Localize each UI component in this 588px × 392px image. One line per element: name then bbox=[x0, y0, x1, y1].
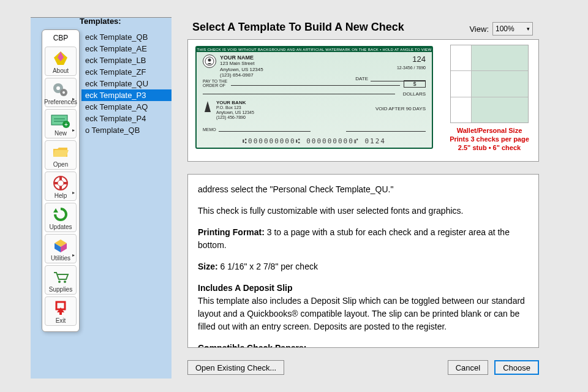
updates-button[interactable]: Updates bbox=[45, 203, 77, 232]
svg-marker-13 bbox=[53, 208, 58, 213]
gear-icon bbox=[50, 81, 71, 98]
view-label: View: bbox=[469, 24, 489, 34]
check-payee-line bbox=[231, 85, 400, 86]
desc-line: Compatible Check Papers:Any paper that i… bbox=[198, 342, 529, 348]
template-item[interactable]: eck Template_QB bbox=[81, 31, 172, 43]
check-preview-image: THIS CHECK IS VOID WITHOUT BACKGROUND AN… bbox=[188, 40, 440, 161]
template-item[interactable]: eck Template_ZF bbox=[81, 66, 172, 78]
svg-point-17 bbox=[58, 281, 61, 283]
check-signature-line bbox=[346, 131, 426, 132]
check-amount-words-line bbox=[203, 94, 395, 94]
check-pay-to-label: PAY TO THEORDER OF bbox=[203, 79, 227, 88]
template-item[interactable]: eck Template_AE bbox=[81, 43, 172, 55]
svg-text:+: + bbox=[64, 121, 68, 128]
chevron-down-icon: ▾ bbox=[527, 26, 530, 32]
about-label: About bbox=[53, 67, 69, 74]
about-icon bbox=[50, 50, 71, 67]
check-void-bar: THIS CHECK IS VOID WITHOUT BACKGROUND AN… bbox=[197, 47, 432, 52]
preview-caption: Wallet/Personal Size Prints 3 checks per… bbox=[450, 127, 529, 152]
page-title: Select A Template To Build A New Check bbox=[192, 21, 404, 34]
svg-point-5 bbox=[62, 91, 65, 94]
submenu-arrow-icon: ▸ bbox=[72, 127, 75, 133]
check-preview-panel: THIS CHECK IS VOID WITHOUT BACKGROUND AN… bbox=[187, 39, 539, 162]
new-button[interactable]: ▸ + New bbox=[45, 109, 77, 138]
check-bank-icon bbox=[203, 100, 213, 113]
submenu-arrow-icon: ▸ bbox=[72, 252, 75, 258]
view-zoom-value: 100% bbox=[496, 24, 514, 33]
template-item[interactable]: eck Template_AQ bbox=[81, 101, 172, 113]
cancel-button[interactable]: Cancel bbox=[448, 360, 488, 375]
check-number: 124 bbox=[412, 55, 426, 64]
check-bank-block: YOUR BANK P.O. Box 123 Anytown, US 12345… bbox=[203, 100, 254, 120]
check-dollars-label: DOLLARS bbox=[403, 91, 426, 97]
template-item[interactable]: eck Template_P4 bbox=[81, 113, 172, 124]
refresh-icon bbox=[50, 206, 71, 223]
svg-point-12 bbox=[58, 180, 64, 186]
svg-point-23 bbox=[208, 59, 211, 62]
check-account-name: YOUR NAME 123 Main Street Anytown, US 12… bbox=[220, 55, 263, 78]
updates-label: Updates bbox=[49, 224, 72, 230]
cart-icon bbox=[50, 268, 71, 285]
about-button[interactable]: About bbox=[45, 47, 77, 76]
template-item[interactable]: eck Template_QU bbox=[81, 78, 172, 89]
check-void-after: VOID AFTER 90 DAYS bbox=[375, 106, 426, 111]
sidebar-toolbar: CBP About ▸ Preferences ▸ + New Open ▸ H… bbox=[42, 29, 80, 332]
supplies-button[interactable]: Supplies bbox=[45, 265, 77, 295]
lifebuoy-icon bbox=[50, 175, 71, 192]
desc-line: Printing Format: 3 to a page with a stub… bbox=[198, 226, 529, 252]
open-button[interactable]: Open bbox=[45, 140, 77, 170]
desc-line: address select the "Personal Check Templ… bbox=[198, 183, 529, 196]
svg-point-3 bbox=[56, 86, 60, 90]
dialog-button-row: Open Existing Check... Cancel Choose bbox=[187, 360, 539, 375]
choose-button[interactable]: Choose bbox=[494, 360, 539, 375]
preferences-button[interactable]: ▸ Preferences bbox=[45, 78, 77, 107]
exit-icon bbox=[50, 300, 71, 317]
help-label: Help bbox=[55, 192, 67, 199]
new-check-icon: + bbox=[50, 112, 71, 129]
help-button[interactable]: ▸ Help bbox=[45, 172, 77, 201]
check-memo-field: MEMO bbox=[203, 127, 311, 132]
utilities-label: Utilities bbox=[51, 255, 70, 262]
template-item[interactable]: o Template_QB bbox=[81, 124, 172, 136]
template-list: eck Template_QBeck Template_AEeck Templa… bbox=[81, 31, 172, 136]
folder-open-icon bbox=[50, 143, 71, 160]
desc-line: Size: 6 1/16" x 2 7/8" per check bbox=[198, 260, 529, 273]
check-logo-icon bbox=[203, 55, 216, 68]
new-label: New bbox=[55, 130, 67, 137]
submenu-arrow-icon: ▸ bbox=[72, 96, 75, 102]
template-item[interactable]: eck Template_LB bbox=[81, 55, 172, 66]
desc-line: This check is fully customizable with us… bbox=[198, 205, 529, 217]
template-description[interactable]: address select the "Personal Check Templ… bbox=[187, 174, 539, 348]
check-micr-line: ⑆000000000⑆ 000000000⑈ 0124 bbox=[197, 137, 432, 145]
cube-icon bbox=[50, 237, 71, 254]
supplies-label: Supplies bbox=[49, 286, 72, 293]
exit-label: Exit bbox=[56, 317, 66, 324]
svg-point-18 bbox=[64, 281, 66, 283]
open-label: Open bbox=[53, 161, 68, 168]
layout-thumbnail bbox=[450, 45, 529, 123]
template-item[interactable]: eck Template_P3 bbox=[81, 89, 172, 101]
toolbar-title: CBP bbox=[42, 32, 79, 45]
view-zoom-select[interactable]: 100% ▾ bbox=[492, 22, 533, 36]
view-control: View: 100% ▾ bbox=[469, 22, 533, 36]
check-amount-box: $ bbox=[404, 80, 426, 88]
templates-header: Templates: bbox=[80, 17, 121, 26]
check-routing-small: 12-3456 / 7890 bbox=[397, 66, 426, 70]
desc-line: Includes A Deposit SlipThis template als… bbox=[198, 282, 529, 333]
svg-rect-21 bbox=[59, 312, 62, 315]
open-existing-button[interactable]: Open Existing Check... bbox=[187, 360, 284, 375]
exit-button[interactable]: Exit bbox=[45, 296, 77, 326]
submenu-arrow-icon: ▸ bbox=[72, 190, 75, 195]
utilities-button[interactable]: ▸ Utilities bbox=[45, 234, 77, 263]
